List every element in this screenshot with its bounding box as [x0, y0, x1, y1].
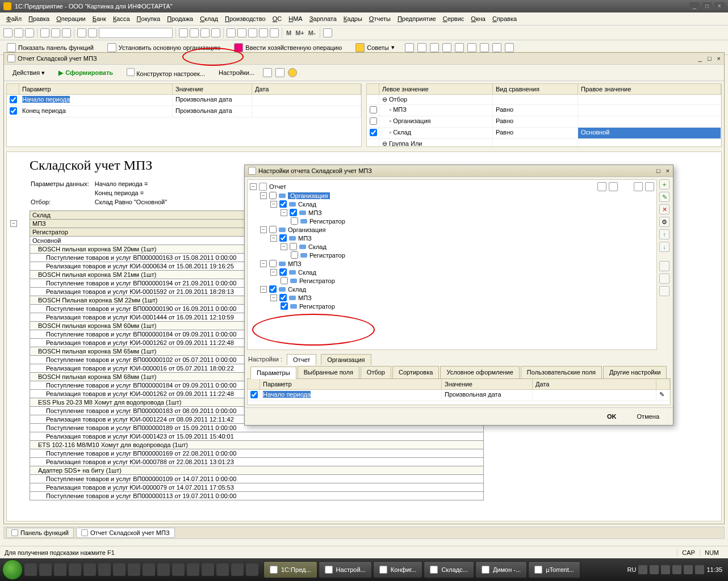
param-row[interactable]: Конец периодаПроизвольная дата [7, 106, 361, 117]
tree-reg2[interactable]: Регистратор [309, 252, 345, 259]
tray-icon[interactable] [650, 565, 659, 574]
settings-tree[interactable]: − Отчет − Организация − Склад − МПЗ Реги… [247, 179, 657, 350]
tray-icon[interactable] [638, 565, 647, 574]
start-button[interactable] [2, 559, 23, 580]
close-button[interactable]: × [714, 2, 725, 10]
paste-icon[interactable] [62, 28, 71, 37]
ql-1[interactable] [24, 563, 37, 576]
settings-tab[interactable]: Сортировка [392, 366, 439, 378]
node-chk[interactable] [281, 302, 288, 310]
ql-15[interactable] [231, 563, 244, 576]
filter-row[interactable]: ⊖ Группа Или [367, 139, 721, 146]
tree-mpz2[interactable]: МПЗ [298, 235, 312, 242]
taskbar-task[interactable]: Складс... [424, 561, 474, 578]
menu-Сервис[interactable]: Сервис [440, 14, 467, 23]
cancel-button[interactable]: Отмена [629, 411, 667, 422]
taskbar-task[interactable]: 1С:Пред... [263, 561, 317, 578]
filter-row[interactable]: ◦ МПЗРавно [367, 105, 721, 116]
tree-root[interactable]: Отчет [269, 183, 286, 190]
save-icon[interactable] [25, 28, 34, 37]
menu-ОС[interactable]: ОС [270, 14, 285, 23]
ql-2[interactable] [39, 563, 52, 576]
ql-13[interactable] [202, 563, 214, 576]
menu-Справка[interactable]: Справка [489, 14, 520, 23]
node-chk[interactable] [269, 226, 277, 233]
filter-row[interactable]: ◦ ОрганизацияРавно [367, 116, 721, 128]
param-row[interactable]: Начало периодаПроизвольная дата [7, 95, 361, 106]
maximize-button[interactable]: □ [702, 2, 712, 10]
filter-row[interactable]: ⊖ Отбор [367, 95, 721, 105]
node-chk[interactable] [291, 217, 298, 225]
menu-Предприятие[interactable]: Предприятие [395, 14, 439, 23]
node-chk[interactable] [269, 192, 277, 199]
menu-Правка[interactable]: Правка [26, 14, 52, 23]
tree-ic2[interactable] [609, 182, 618, 191]
open-icon[interactable] [14, 28, 23, 37]
menu-Банк[interactable]: Банк [90, 14, 109, 23]
copy-icon[interactable] [51, 28, 60, 37]
menu-Производство[interactable]: Производство [222, 14, 269, 23]
up-icon[interactable]: ↑ [659, 229, 670, 239]
edit-icon[interactable]: ✎ [659, 192, 670, 202]
tree-ic1[interactable] [597, 182, 606, 191]
doctab-panel[interactable]: Панель функций [6, 528, 74, 538]
node-chk[interactable] [279, 294, 287, 301]
dialog-max-button[interactable]: □ [656, 167, 660, 174]
print-icon[interactable] [77, 28, 86, 37]
set-org-button[interactable]: Установить основную организацию [104, 42, 224, 53]
ob-icon-2[interactable] [417, 43, 426, 52]
settings-tab[interactable]: Отбор [361, 366, 391, 378]
tool1-icon[interactable] [659, 261, 670, 271]
m-label[interactable]: M [285, 30, 292, 36]
calendar-icon[interactable] [237, 28, 246, 37]
clock[interactable]: 11:35 [706, 566, 722, 573]
chart-icon[interactable] [259, 28, 268, 37]
taskbar-task[interactable]: µTorrent... [528, 561, 580, 578]
menu-Кадры[interactable]: Кадры [341, 14, 365, 23]
tree-sklad2[interactable]: Склад [308, 243, 327, 250]
calc-icon[interactable] [227, 28, 236, 37]
tree-ic3[interactable] [634, 182, 643, 191]
filter-chk[interactable] [370, 106, 377, 113]
tree-mpz4[interactable]: МПЗ [298, 294, 312, 301]
dialog-titlebar[interactable]: Настройки отчета Складской учет МПЗ □ × [245, 165, 673, 177]
help-button-icon[interactable] [288, 68, 297, 77]
filter-row[interactable]: ◦ СкладРавноОсновной [367, 128, 721, 139]
ql-8[interactable] [128, 563, 140, 576]
new-icon[interactable] [3, 28, 12, 37]
subject-tab-org[interactable]: Организация [321, 354, 371, 365]
tray-icon[interactable] [672, 565, 681, 574]
node-chk[interactable] [279, 200, 287, 208]
enter-op-button[interactable]: Ввести хозяйственную операцию [231, 42, 345, 53]
menu-Склад[interactable]: Склад [197, 14, 221, 23]
param-chk[interactable] [10, 107, 17, 115]
ob-icon-5[interactable] [455, 43, 464, 52]
tree-sklad4[interactable]: Склад [288, 286, 306, 293]
inner-min-button[interactable]: _ [698, 55, 702, 62]
ql-6[interactable] [98, 563, 111, 576]
advices-button[interactable]: Советы ▾ [352, 42, 398, 53]
settings-tab[interactable]: Параметры [250, 367, 296, 379]
nav-back-icon[interactable] [200, 28, 210, 37]
minimize-button[interactable]: _ [689, 2, 700, 10]
designer-button[interactable]: Конструктор настроек... [122, 66, 210, 79]
down-icon[interactable]: ↓ [659, 242, 670, 252]
subject-tab-report[interactable]: Отчет [287, 354, 316, 365]
add-icon[interactable]: + [659, 179, 670, 190]
inner-max-button[interactable]: □ [708, 55, 712, 62]
settings-tab[interactable]: Пользовательские поля [521, 366, 602, 378]
ql-11[interactable] [172, 563, 185, 576]
ob-icon-4[interactable] [442, 43, 451, 52]
tray-icon[interactable] [661, 565, 670, 574]
tree-sklad3[interactable]: Склад [298, 269, 316, 276]
search-input[interactable] [99, 28, 173, 38]
taskbar-task[interactable]: Димон -... [475, 561, 527, 578]
ql-14[interactable] [216, 563, 229, 576]
menu-Касса[interactable]: Касса [110, 14, 133, 23]
tree-reg3[interactable]: Регистратор [299, 277, 335, 284]
lang-indicator[interactable]: RU [627, 566, 637, 573]
inner-close-button[interactable]: × [717, 55, 721, 62]
node-chk[interactable] [291, 251, 298, 259]
dialog-close-button[interactable]: × [666, 167, 670, 174]
ob-icon-9[interactable] [505, 43, 514, 52]
